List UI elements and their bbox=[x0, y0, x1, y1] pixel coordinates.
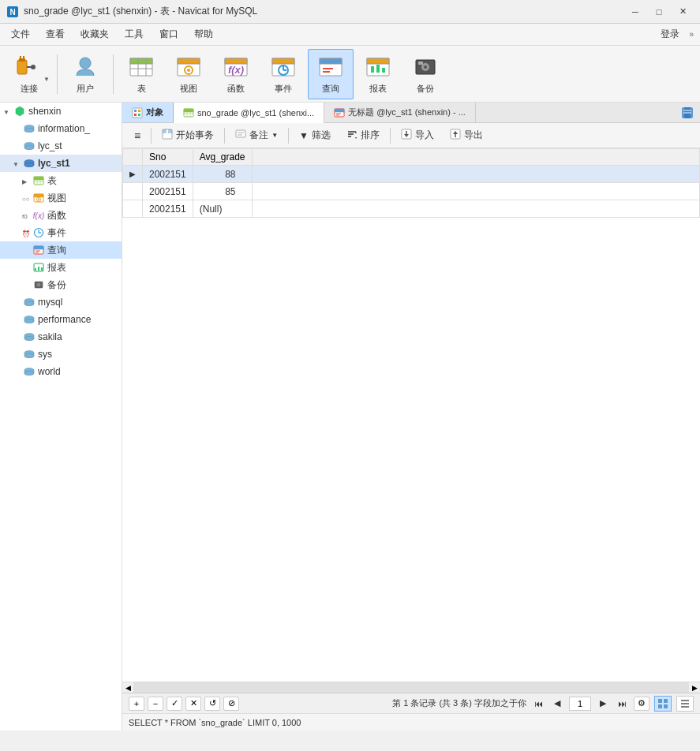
svg-rect-82 bbox=[138, 114, 140, 116]
report-icon bbox=[364, 53, 392, 81]
sidebar-db-lyc-st[interactable]: lyc_st bbox=[0, 137, 122, 155]
sidebar-function-group[interactable]: f0 f(x) 函数 bbox=[0, 207, 122, 224]
sidebar-event-group[interactable]: ⏰ 事件 bbox=[0, 224, 122, 241]
menu-window[interactable]: 窗口 bbox=[152, 24, 186, 44]
nav-next-button[interactable]: ▶ bbox=[596, 697, 610, 711]
nav-last-button[interactable]: ⏭ bbox=[615, 697, 629, 711]
svg-point-42 bbox=[24, 146, 34, 150]
sidebar-table-group[interactable]: 表 bbox=[0, 172, 122, 189]
sidebar-db-information[interactable]: information_ bbox=[0, 120, 122, 137]
toolbar-user[interactable]: 用户 bbox=[62, 49, 108, 99]
nav-first-button[interactable]: ⏮ bbox=[531, 697, 545, 711]
nav-prev-button[interactable]: ◀ bbox=[550, 697, 564, 711]
col-avg-grade-header[interactable]: Avg_grade bbox=[193, 149, 252, 166]
toolbar-connect[interactable]: 连接 ▼ bbox=[6, 49, 52, 99]
svg-point-17 bbox=[187, 69, 190, 72]
page-number-input[interactable] bbox=[569, 697, 591, 711]
cell-sno-2[interactable]: 2002151 bbox=[143, 183, 193, 200]
cell-avg-grade-1[interactable]: 88 bbox=[193, 166, 252, 183]
svg-marker-106 bbox=[355, 137, 357, 139]
maximize-button[interactable]: □ bbox=[648, 4, 670, 20]
close-button[interactable]: ✕ bbox=[672, 4, 694, 20]
query-tab-icon bbox=[334, 107, 345, 118]
scroll-left-arrow[interactable]: ◀ bbox=[122, 682, 133, 693]
delete-row-button[interactable]: − bbox=[148, 697, 163, 711]
toolbar-query[interactable]: 查询 bbox=[308, 49, 354, 99]
col-sno-header[interactable]: Sno bbox=[143, 149, 193, 166]
svg-point-71 bbox=[24, 319, 34, 323]
filter-button[interactable]: ▼ 筛选 bbox=[292, 125, 338, 146]
window-controls: ─ □ ✕ bbox=[624, 4, 694, 20]
begin-transaction-button[interactable]: 开始事务 bbox=[155, 125, 221, 146]
settings-button[interactable]: ⚙ bbox=[634, 697, 649, 711]
menu-help[interactable]: 帮助 bbox=[186, 24, 221, 44]
svg-point-73 bbox=[24, 337, 34, 341]
sidebar-view-group[interactable]: ○○ 视图 bbox=[0, 189, 122, 207]
grid-view-button[interactable] bbox=[654, 696, 672, 712]
query-group-icon bbox=[33, 245, 44, 256]
cancel-button[interactable]: ✕ bbox=[185, 697, 201, 711]
sidebar-db-sakila[interactable]: sakila bbox=[0, 328, 122, 346]
view-expand-arrow: ○○ bbox=[22, 194, 32, 203]
table-row[interactable]: ▶ 2002151 88 bbox=[123, 166, 700, 183]
tab-add-button[interactable] bbox=[678, 103, 697, 122]
cell-empty-1 bbox=[252, 166, 699, 183]
svg-rect-46 bbox=[34, 177, 43, 180]
sidebar-db-mysql[interactable]: mysql bbox=[0, 293, 122, 311]
table-row[interactable]: 2002151 85 bbox=[123, 183, 700, 200]
minimize-button[interactable]: ─ bbox=[624, 4, 646, 20]
menu-tools[interactable]: 工具 bbox=[117, 24, 152, 44]
sidebar-db-world[interactable]: world bbox=[0, 363, 122, 380]
begin-transaction-label: 开始事务 bbox=[176, 129, 214, 142]
sidebar-db-lyc-st1[interactable]: lyc_st1 bbox=[0, 155, 122, 172]
sidebar-backup-group[interactable]: 备份 bbox=[0, 276, 122, 293]
backup-expand-arrow bbox=[22, 281, 32, 290]
form-view-button[interactable] bbox=[676, 696, 694, 712]
event-icon bbox=[269, 53, 298, 81]
menu-bar: 文件 查看 收藏夹 工具 窗口 帮助 登录 » bbox=[0, 24, 700, 46]
toolbar-table[interactable]: 表 bbox=[118, 49, 164, 99]
svg-rect-38 bbox=[418, 62, 423, 65]
export-button[interactable]: 导出 bbox=[443, 125, 490, 146]
hamburger-menu-button[interactable]: ≡ bbox=[127, 125, 148, 146]
stop-button[interactable]: ⊘ bbox=[223, 697, 239, 711]
sidebar-db-sys[interactable]: sys bbox=[0, 346, 122, 363]
menu-file[interactable]: 文件 bbox=[3, 24, 38, 44]
scroll-track[interactable] bbox=[133, 682, 689, 693]
confirm-button[interactable]: ✓ bbox=[167, 697, 182, 711]
cell-avg-grade-3[interactable]: (Null) bbox=[193, 200, 252, 218]
cell-sno-1[interactable]: 2002151 bbox=[143, 166, 193, 183]
toolbar-backup[interactable]: 备份 bbox=[402, 49, 448, 99]
tab-query[interactable]: 无标题 @lyc_st1 (shenxin) - ... bbox=[324, 103, 476, 122]
menu-login[interactable]: 登录 bbox=[661, 28, 689, 41]
scroll-right-arrow[interactable]: ▶ bbox=[689, 682, 700, 693]
tab-object[interactable]: 对象 bbox=[122, 103, 174, 122]
sort-button[interactable]: 排序 bbox=[339, 125, 387, 146]
sidebar-db-performance[interactable]: performance bbox=[0, 311, 122, 328]
add-row-button[interactable]: + bbox=[129, 697, 144, 711]
sidebar-query-group[interactable]: 查询 bbox=[0, 241, 122, 259]
import-button[interactable]: 导入 bbox=[394, 125, 441, 146]
sidebar-report-group[interactable]: 报表 bbox=[0, 259, 122, 276]
menu-view[interactable]: 查看 bbox=[38, 24, 73, 44]
toolbar-sep-2 bbox=[113, 54, 114, 94]
db-icon-world bbox=[24, 366, 35, 377]
table-row[interactable]: 2002151 (Null) bbox=[123, 200, 700, 218]
title-bar: N sno_grade @lyc_st1 (shenxin) - 表 - Nav… bbox=[0, 0, 700, 24]
horizontal-scrollbar[interactable]: ◀ ▶ bbox=[122, 682, 700, 693]
comment-button[interactable]: 备注 ▼ bbox=[228, 125, 285, 146]
toolbar-report[interactable]: 报表 bbox=[355, 49, 401, 99]
toolbar-function[interactable]: f(x) 函数 bbox=[213, 49, 259, 99]
cell-sno-3[interactable]: 2002151 bbox=[143, 200, 193, 218]
menu-expand[interactable]: » bbox=[689, 30, 694, 39]
sidebar-connection-shenxin[interactable]: shenxin bbox=[0, 103, 122, 120]
cell-avg-grade-2[interactable]: 85 bbox=[193, 183, 252, 200]
svg-rect-10 bbox=[130, 58, 152, 64]
svg-rect-62 bbox=[35, 268, 36, 271]
refresh-button[interactable]: ↺ bbox=[204, 697, 220, 711]
tab-sno-grade[interactable]: sno_grade @lyc_st1 (shenxi... bbox=[174, 103, 324, 123]
toolbar-event[interactable]: 事件 bbox=[260, 49, 306, 99]
menu-favorites[interactable]: 收藏夹 bbox=[73, 24, 117, 44]
connection-icon bbox=[14, 106, 25, 117]
toolbar-view[interactable]: 视图 bbox=[166, 49, 211, 99]
